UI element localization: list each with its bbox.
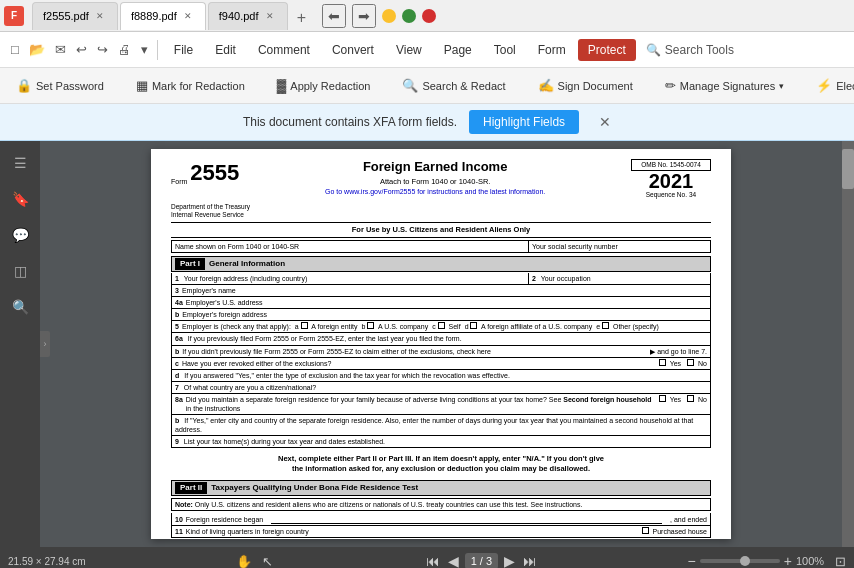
lock-icon: 🔒 xyxy=(16,78,32,93)
panel-icon-menu[interactable]: ☰ xyxy=(6,149,34,177)
nav-last-button[interactable]: ⏭ xyxy=(521,553,539,568)
tab-tab3[interactable]: f940.pdf ✕ xyxy=(208,2,288,30)
menu-comment[interactable]: Comment xyxy=(248,39,320,61)
note-text: Note: Only U.S. citizens and resident al… xyxy=(171,498,711,511)
mark-redaction-button[interactable]: ▦ Mark for Redaction xyxy=(128,74,253,97)
row4b: b Employer's foreign address xyxy=(171,309,711,321)
scrollbar-thumb[interactable] xyxy=(842,149,854,189)
seq-label: Sequence No. xyxy=(646,191,687,199)
row6a: 6a If you previously filed Form 2555 or … xyxy=(171,333,711,345)
manage-signatures-button[interactable]: ✏ Manage Signatures ▾ xyxy=(657,74,792,97)
search-tools-icon: 🔍 xyxy=(646,43,661,57)
nav-back-btn[interactable]: ⬅ xyxy=(322,4,346,28)
main-area: ☰ 🔖 💬 ◫ 🔍 › Form 2555 Foreign Earned Inc… xyxy=(0,141,854,547)
zoom-controls: − + 100% ⊡ xyxy=(688,553,846,568)
menu-convert[interactable]: Convert xyxy=(322,39,384,61)
tab-tab1[interactable]: f2555.pdf ✕ xyxy=(32,2,118,30)
menu-view[interactable]: View xyxy=(386,39,432,61)
tab-tab2[interactable]: f8889.pdf ✕ xyxy=(120,2,206,30)
email-icon[interactable]: ✉ xyxy=(52,40,69,59)
highlight-fields-button[interactable]: Highlight Fields xyxy=(469,110,579,134)
panel-collapse-arrow[interactable]: › xyxy=(40,331,50,357)
page-badge: 1 / 3 xyxy=(465,553,498,568)
tab-label: f940.pdf xyxy=(219,10,259,22)
new-icon[interactable]: □ xyxy=(8,40,22,59)
hand-tool[interactable]: ✋ xyxy=(234,554,254,569)
row3: 3 Employer's name xyxy=(171,285,711,297)
set-password-label: Set Password xyxy=(36,80,104,92)
menu-form[interactable]: Form xyxy=(528,39,576,61)
tab-close-tab3[interactable]: ✕ xyxy=(263,9,277,23)
sign-document-label: Sign Document xyxy=(558,80,633,92)
search-tools[interactable]: 🔍 Search Tools xyxy=(646,43,734,57)
minimize-button[interactable] xyxy=(382,9,396,23)
panel-icon-search[interactable]: 🔍 xyxy=(6,293,34,321)
manage-signatures-label: Manage Signatures xyxy=(680,80,775,92)
panel-icon-bookmark[interactable]: 🔖 xyxy=(6,185,34,213)
redo-icon[interactable]: ↪ xyxy=(94,40,111,59)
seq-num: 34 xyxy=(689,191,696,199)
nav-prev-button[interactable]: ◀ xyxy=(446,553,461,568)
row2-text: Your occupation xyxy=(541,275,591,282)
maximize-button[interactable] xyxy=(402,9,416,23)
nav-first-button[interactable]: ⏮ xyxy=(424,553,442,568)
menu-file[interactable]: File xyxy=(164,39,203,61)
dept-line1: Department of the Treasury xyxy=(171,203,250,211)
nav-next-button[interactable]: ▶ xyxy=(502,553,517,568)
nav-forward-btn[interactable]: ➡ xyxy=(352,4,376,28)
zoom-slider-thumb[interactable] xyxy=(740,556,750,566)
general-info: General Information xyxy=(209,259,285,269)
set-password-button[interactable]: 🔒 Set Password xyxy=(8,74,112,97)
menu-bar-left: □ 📂 ✉ ↩ ↪ 🖨 ▾ xyxy=(8,40,162,60)
tab-close-tab2[interactable]: ✕ xyxy=(181,9,195,23)
row8b: b If "Yes," enter city and country of th… xyxy=(171,415,711,436)
close-button[interactable] xyxy=(422,9,436,23)
title-bar-left: F f2555.pdf ✕ f8889.pdf ✕ f940.pdf ✕ + xyxy=(4,2,314,30)
part2-label: Part II xyxy=(175,482,207,494)
row5: 5 Employer is (check any that apply): a … xyxy=(171,321,711,333)
undo-icon[interactable]: ↩ xyxy=(73,40,90,59)
form-number: 2555 xyxy=(190,159,239,188)
panel-icon-comment[interactable]: 💬 xyxy=(6,221,34,249)
fit-button[interactable]: ⊡ xyxy=(835,554,846,569)
name-label: Name shown on Form 1040 or 1040-SR xyxy=(172,241,529,252)
part1-label: Part I xyxy=(175,258,205,270)
menu-edit[interactable]: Edit xyxy=(205,39,246,61)
tab-label: f8889.pdf xyxy=(131,10,177,22)
zoom-value-label: 100% xyxy=(796,555,831,567)
banner-close-button[interactable]: ✕ xyxy=(599,114,611,130)
right-scrollbar[interactable] xyxy=(842,141,854,547)
menu-page[interactable]: Page xyxy=(434,39,482,61)
dropdown-icon[interactable]: ▾ xyxy=(138,40,151,59)
open-icon[interactable]: 📂 xyxy=(26,40,48,59)
page-nav: ⏮ ◀ 1 / 3 ▶ ⏭ xyxy=(424,553,539,568)
print-icon[interactable]: 🖨 xyxy=(115,40,134,59)
row4a: 4a Employer's U.S. address xyxy=(171,297,711,309)
row6d: d If you answered "Yes," enter the type … xyxy=(171,370,711,382)
zoom-minus-button[interactable]: − xyxy=(688,553,696,568)
app-icon: F xyxy=(4,6,24,26)
row6c: c Have you ever revoked either of the ex… xyxy=(171,358,711,370)
title-bar: F f2555.pdf ✕ f8889.pdf ✕ f940.pdf ✕ + ⬅… xyxy=(0,0,854,32)
page-content: Form 2555 Foreign Earned Income Attach t… xyxy=(151,149,731,539)
tab-close-tab1[interactable]: ✕ xyxy=(93,9,107,23)
electric-label: Electro... xyxy=(836,80,854,92)
year-display: 2021 xyxy=(631,171,711,191)
electric-button[interactable]: ⚡ Electro... xyxy=(808,74,854,97)
cursor-tool[interactable]: ↖ xyxy=(260,554,275,569)
row11: 11 Kind of living quarters in foreign co… xyxy=(171,526,711,538)
apply-redaction-button[interactable]: ▓ Apply Redaction xyxy=(269,74,379,97)
zoom-plus-button[interactable]: + xyxy=(784,553,792,568)
menu-tool[interactable]: Tool xyxy=(484,39,526,61)
ssn-label: Your social security number xyxy=(529,241,710,252)
sign-document-button[interactable]: ✍ Sign Document xyxy=(530,74,641,97)
pdf-form: Form 2555 Foreign Earned Income Attach t… xyxy=(151,149,731,539)
add-tab-button[interactable]: + xyxy=(290,6,314,30)
panel-icon-layers[interactable]: ◫ xyxy=(6,257,34,285)
menu-protect[interactable]: Protect xyxy=(578,39,636,61)
left-panel: ☰ 🔖 💬 ◫ 🔍 xyxy=(0,141,40,547)
search-redact-button[interactable]: 🔍 Search & Redact xyxy=(394,74,513,97)
zoom-slider[interactable] xyxy=(700,559,780,563)
disallowed-note: Next, complete either Part II or Part II… xyxy=(171,452,711,476)
bottom-bar: 21.59 × 27.94 cm ✋ ↖ ⏮ ◀ 1 / 3 ▶ ⏭ − + 1… xyxy=(0,547,854,568)
